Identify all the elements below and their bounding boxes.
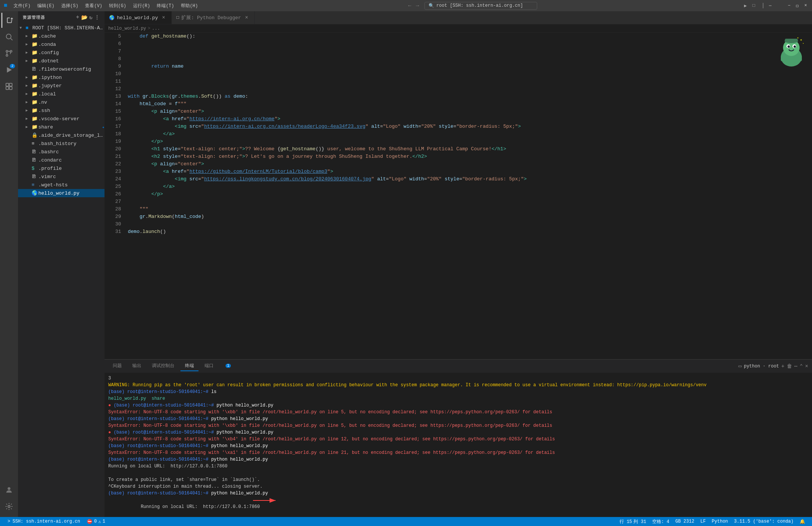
terminal-trash-icon[interactable]: 🗑 — [787, 363, 792, 369]
tab-python-debugger[interactable]: □ 扩展: Python Debugger × — [172, 11, 255, 24]
activity-extensions[interactable] — [2, 79, 17, 94]
terminal-close-icon[interactable]: × — [805, 363, 808, 369]
folder-arrow: ► — [26, 42, 32, 47]
svg-rect-22 — [785, 39, 798, 42]
new-folder-icon[interactable]: 📂 — [81, 14, 88, 21]
panel-badge: 1 — [226, 364, 231, 368]
terminal-plus-icon[interactable]: + — [781, 363, 784, 369]
line-number: 7 — [105, 48, 121, 55]
tree-item-label: .jupyter — [38, 83, 105, 89]
status-errors[interactable]: ⛔ 0 ⚠ 1 — [84, 517, 108, 526]
restore-button[interactable]: ◻ — [795, 3, 800, 8]
status-language[interactable]: Python — [709, 519, 731, 524]
sidebar-item-share[interactable]: ► 📁 share ✦ — [18, 123, 105, 131]
terminal-chevron-up-icon[interactable]: ⌃ — [800, 363, 803, 369]
line-number: 11 — [105, 78, 121, 85]
tab-close-button[interactable]: × — [243, 14, 250, 21]
terminal-more-icon[interactable]: ⋯ — [794, 363, 797, 369]
menu-terminal[interactable]: 终端(T) — [154, 2, 177, 10]
terminal-line-prompt: (base) root@intern-studio-50164041:~# py… — [108, 490, 808, 497]
code-line-26: </p> — [128, 190, 808, 198]
status-version[interactable]: 3.11.5 ('base': conda) — [731, 519, 797, 524]
minimize-button[interactable]: − — [786, 3, 792, 8]
activity-run[interactable]: 2 — [2, 62, 17, 77]
sidebar-item-bash-history[interactable]: ► ≡ .bash_history — [18, 139, 105, 148]
sidebar-item-filebrowserconfig[interactable]: ► 🖹 .filebrowserconfig — [18, 65, 105, 73]
sidebar-item-config[interactable]: ► 📁 .config — [18, 48, 105, 57]
nav-back-button[interactable]: ← — [407, 2, 413, 9]
close-button[interactable]: × — [803, 3, 808, 8]
layout-icon[interactable]: ▕ — [759, 3, 765, 8]
sidebar-item-ipython[interactable]: ► 📁 .ipython — [18, 73, 105, 82]
activity-explorer[interactable] — [2, 13, 17, 28]
terminal[interactable]: 3 WARNING: Running pip as the 'root' use… — [105, 373, 812, 517]
tree-root[interactable]: ▼ ■ ROOT [SSH: SSH.INTERN-AI.ORG.CN] — [18, 24, 105, 32]
more-icon[interactable]: ⋯ — [768, 3, 773, 8]
new-file-icon[interactable]: + — [76, 14, 79, 21]
tree-item-label: .bash_history — [38, 141, 105, 147]
code-editor[interactable]: def get_hostname(): return name with gr.… — [124, 33, 812, 359]
terminal-line-output: hello_world.py share — [108, 395, 808, 402]
sidebar-item-vscode-server[interactable]: ► 📁 .vscode-server — [18, 115, 105, 123]
svg-rect-7 — [9, 83, 12, 86]
sidebar-item-bashrc[interactable]: ► 🖹 .bashrc — [18, 148, 105, 156]
remote-icon: > — [8, 519, 10, 524]
menu-help[interactable]: 帮助(H) — [178, 2, 201, 10]
collapse-icon[interactable]: ⋮ — [94, 14, 100, 21]
nav-forward-button[interactable]: → — [414, 2, 420, 9]
sidebar-item-hello-world[interactable]: ► 🌎 hello_world.py — [18, 189, 105, 197]
svg-point-0 — [6, 34, 11, 39]
sidebar-item-aide-lock[interactable]: ► 🔒 .aide_drive_storage_lock — [18, 131, 105, 139]
line-number: 22 — [105, 160, 121, 168]
run-debug-icon[interactable]: ▶ — [743, 3, 748, 8]
panel-tab-debug[interactable]: 调试控制台 — [147, 361, 179, 371]
tab-hello-world[interactable]: 🌎 hello_world.py × — [105, 11, 172, 24]
refresh-icon[interactable]: ↻ — [89, 14, 93, 21]
sidebar-item-condarc[interactable]: ► 🖹 .condarc — [18, 156, 105, 164]
sidebar-item-cache[interactable]: ► 📁 .cache — [18, 32, 105, 40]
sidebar-item-local[interactable]: ► 📁 .local — [18, 90, 105, 98]
menu-goto[interactable]: 转到(G) — [106, 2, 129, 10]
tab-close-button[interactable]: × — [160, 14, 167, 21]
sidebar-item-jupyter[interactable]: ► 📁 .jupyter — [18, 82, 105, 90]
breadcrumb-file[interactable]: hello_world.py — [108, 26, 146, 31]
activity-accounts[interactable] — [2, 482, 17, 497]
terminal-line-error: SyntaxError: Non-UTF-8 code starting wit… — [108, 422, 808, 429]
panel-tab-problems[interactable]: 问题 — [108, 361, 126, 371]
status-encoding[interactable]: GB 2312 — [673, 519, 697, 524]
sidebar-item-wget-hsts[interactable]: ► ≡ .wget-hsts — [18, 181, 105, 189]
status-notification[interactable]: 🔔 — [797, 519, 808, 524]
tree-item-label: .profile — [38, 166, 105, 171]
status-ssh[interactable]: > SSH: ssh.intern-ai.org.cn — [4, 517, 84, 526]
panel-tab-ports[interactable]: 端口 — [200, 361, 218, 371]
menu-edit[interactable]: 编辑(E) — [34, 2, 58, 10]
search-bar[interactable]: 🔍 root [SSH: ssh.intern-ai.org.cn] — [424, 2, 537, 10]
terminal-split-icon[interactable]: ▭ — [738, 363, 741, 369]
activity-search[interactable] — [2, 29, 17, 44]
activity-settings[interactable] — [2, 499, 17, 514]
sidebar-item-nv[interactable]: ► 📁 .nv — [18, 98, 105, 106]
panel-tab-terminal[interactable]: 终端 — [180, 361, 198, 371]
activity-bar-bottom — [2, 482, 17, 517]
sidebar-item-profile[interactable]: ► $ .profile — [18, 164, 105, 172]
sidebar-item-conda[interactable]: ► 📁 .conda — [18, 40, 105, 48]
editor[interactable]: 5 6 7 8 9 10 11 12 13 14 15 16 17 18 19 … — [105, 33, 812, 359]
sidebar-item-dotnet[interactable]: ► 📁 .dotnet — [18, 57, 105, 65]
sidebar-item-vimrc[interactable]: ► 🖹 .vimrc — [18, 172, 105, 181]
menu-view[interactable]: 查看(V) — [82, 2, 105, 10]
status-line-col[interactable]: 行 15 列 31 — [617, 518, 649, 525]
tab-label: 扩展: Python Debugger — [181, 14, 241, 21]
status-spaces[interactable]: 空格: 4 — [649, 518, 673, 525]
menu-file[interactable]: 文件(F) — [11, 2, 34, 10]
sidebar-item-ssh[interactable]: ► 📁 .ssh — [18, 106, 105, 115]
activity-source-control[interactable] — [2, 46, 17, 61]
menu-run[interactable]: 运行(R) — [130, 2, 153, 10]
code-line-27 — [128, 198, 808, 206]
panel-tab-output[interactable]: 输出 — [128, 361, 146, 371]
panel-tab-badge[interactable]: 1 — [220, 362, 235, 370]
menu-select[interactable]: 选择(S) — [58, 2, 82, 10]
split-editor-icon[interactable]: □ — [751, 3, 756, 8]
status-line-ending[interactable]: LF — [697, 519, 709, 524]
breadcrumb-item[interactable]: ... — [152, 26, 160, 31]
folder-arrow: ► — [26, 59, 32, 63]
